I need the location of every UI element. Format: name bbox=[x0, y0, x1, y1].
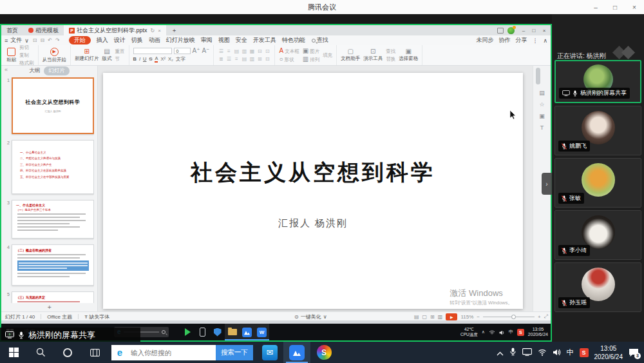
tray-chevron-up-icon[interactable] bbox=[497, 347, 504, 358]
chevron-up-icon[interactable]: ∧ bbox=[482, 329, 485, 335]
text-tool-icon[interactable]: T bbox=[540, 125, 544, 131]
beautify-button[interactable]: ⊙ 一键美化 ∨ bbox=[294, 312, 327, 321]
tab-design[interactable]: 设计 bbox=[114, 36, 126, 44]
taskbar-clock[interactable]: 13:05 2020/6/24 bbox=[594, 344, 623, 361]
file-menu[interactable]: ≡ 文件 ∨ bbox=[5, 36, 29, 44]
print-icon[interactable]: ⊟ bbox=[41, 37, 45, 43]
taskbar-search-icon[interactable] bbox=[27, 342, 54, 363]
volume-icon[interactable] bbox=[499, 326, 505, 338]
fit-slide-icon[interactable]: ⤢ bbox=[544, 313, 548, 320]
participant-tile[interactable]: 姚鹏飞 bbox=[554, 106, 641, 155]
layers-icon[interactable]: ▣ bbox=[539, 113, 545, 119]
strike-button[interactable]: S bbox=[149, 56, 152, 62]
zoom-out-icon[interactable]: − bbox=[477, 314, 480, 320]
tray-wifi-icon[interactable] bbox=[538, 347, 547, 358]
wps-maximize-icon[interactable]: □ bbox=[529, 28, 539, 34]
underline-button[interactable]: U bbox=[143, 56, 146, 62]
sogou-browser-icon[interactable]: S bbox=[310, 342, 337, 363]
font-name-combobox[interactable] bbox=[133, 48, 172, 54]
slide-thumb-1[interactable]: 社会主义从空想到科学 汇报人 杨洪刚 bbox=[12, 77, 94, 134]
tab-transition[interactable]: 切换 bbox=[131, 36, 143, 44]
web-search-input[interactable] bbox=[128, 345, 216, 360]
tencent-meeting-app-icon[interactable] bbox=[240, 324, 254, 340]
tab-review[interactable]: 审阅 bbox=[201, 36, 213, 44]
doc-assistant-button[interactable]: ▢ 文档助手 bbox=[341, 48, 360, 62]
file-explorer-icon[interactable] bbox=[225, 324, 240, 340]
media-player-icon[interactable] bbox=[180, 324, 195, 340]
theme-name[interactable]: Office 主题 bbox=[47, 313, 72, 320]
more-icon[interactable]: ⋮ bbox=[532, 37, 538, 44]
tab-devtools[interactable]: 开发工具 bbox=[253, 36, 276, 44]
tab-features[interactable]: 特色功能 bbox=[282, 36, 305, 44]
tencent-meeting-taskbar-icon[interactable] bbox=[283, 342, 310, 363]
collab-button[interactable]: 协作 bbox=[498, 36, 510, 44]
participant-tile[interactable]: 李小琦 bbox=[554, 210, 641, 260]
read-view-icon[interactable]: ▥ bbox=[438, 314, 443, 320]
tab-view[interactable]: 视图 bbox=[218, 36, 230, 44]
tab-document[interactable]: P 社会主义从空想到科学.pptx ↻ × bbox=[64, 25, 166, 35]
notification-center-icon[interactable]: 3 bbox=[629, 348, 639, 357]
collapse-ribbon-icon[interactable]: ∧ bbox=[543, 37, 547, 44]
section-button[interactable]: 节 bbox=[115, 56, 125, 63]
new-tab-button[interactable]: ＋ bbox=[166, 25, 182, 35]
normal-view-icon[interactable]: ▢ bbox=[422, 314, 428, 320]
ribbon-find-button[interactable]: 查找 bbox=[386, 48, 395, 55]
slide-thumb-5[interactable]: （三）马克思的界定 bbox=[12, 291, 94, 303]
workspace-icon[interactable] bbox=[497, 28, 504, 34]
current-slide[interactable]: 社会主义从空想到科学 汇报人 杨洪刚 激活 Windows 转到“设置”以激活 … bbox=[103, 73, 523, 309]
sorter-view-icon[interactable]: ⊞ bbox=[430, 314, 435, 320]
minimize-icon[interactable]: – bbox=[586, 0, 605, 14]
wps-close-icon[interactable]: × bbox=[539, 28, 549, 34]
font-size-combobox[interactable]: 0 bbox=[174, 48, 191, 54]
taskbar-web-search[interactable]: e 搜索一下 bbox=[111, 345, 253, 360]
tab-animation[interactable]: 动画 bbox=[149, 36, 160, 44]
pc-manager-icon[interactable] bbox=[210, 324, 225, 340]
sync-status[interactable]: 未同步 bbox=[476, 36, 493, 44]
new-slide-button[interactable]: ⊞ 新建幻灯片 bbox=[75, 48, 99, 62]
cpu-temp[interactable]: 42℃ CPU温度 bbox=[460, 327, 478, 337]
copy-button[interactable]: 复制 bbox=[19, 52, 34, 59]
zoom-slider-thumb[interactable] bbox=[511, 315, 516, 319]
network-icon[interactable] bbox=[489, 326, 495, 338]
sidebar-collapse-handle[interactable]: › bbox=[542, 173, 552, 195]
tab-home[interactable]: 首页 bbox=[1, 25, 23, 35]
maximize-icon[interactable]: □ bbox=[605, 0, 625, 14]
present-tools-button[interactable]: ⊡ 演示工具 bbox=[363, 48, 383, 62]
layout-button[interactable]: ▤ 版式 bbox=[102, 48, 112, 62]
picture-button[interactable]: ▣ 图片 bbox=[303, 48, 320, 55]
add-slide-button[interactable]: ＋ bbox=[1, 303, 97, 311]
redo-icon[interactable]: ↷ bbox=[55, 37, 60, 43]
tab-start[interactable]: 开始 bbox=[69, 36, 91, 44]
subscript-button[interactable]: X₂ bbox=[168, 56, 173, 62]
participant-tile[interactable]: 张敏 bbox=[554, 158, 641, 208]
foxmail-icon[interactable]: ✉ bbox=[256, 342, 283, 363]
format-painter-button[interactable]: 格式刷 bbox=[19, 60, 34, 66]
tab-sync-icon[interactable]: ↻ bbox=[151, 28, 155, 34]
tab-store[interactable]: 稻壳模板 bbox=[23, 25, 64, 35]
save-icon[interactable]: ⊡ bbox=[33, 37, 37, 43]
start-button[interactable] bbox=[0, 342, 27, 363]
paste-button[interactable]: 粘贴 bbox=[6, 48, 16, 63]
web-search-button[interactable]: 搜索一下 bbox=[216, 345, 253, 360]
slides-tab[interactable]: 幻灯片 bbox=[44, 66, 70, 75]
paragraph-buttons[interactable]: ☰≡▤▥▦⊟⊡ ≣☰≡▤▥⊞⊟ bbox=[218, 48, 270, 63]
tab-close-icon[interactable]: × bbox=[158, 28, 161, 34]
participant-tile[interactable]: 杨洪刚的屏幕共享 bbox=[554, 60, 641, 103]
ime-indicator[interactable]: 中 bbox=[567, 348, 574, 357]
slide-thumb-4[interactable]: （二）概念在欧洲的演变 bbox=[12, 244, 94, 286]
missing-font-warning[interactable]: Ŧ 缺失字体 bbox=[84, 313, 109, 320]
tab-slideshow[interactable]: 幻灯片放映 bbox=[166, 36, 195, 44]
shrink-font-icon[interactable]: A⁻ bbox=[202, 48, 209, 54]
text-effects-button[interactable]: 文字 bbox=[176, 56, 185, 63]
collapse-panel-icon[interactable]: « bbox=[5, 66, 8, 73]
tab-security[interactable]: 安全 bbox=[236, 36, 247, 44]
notes-view-icon[interactable]: ▤ bbox=[414, 314, 419, 320]
ime-indicator[interactable]: 中 bbox=[509, 329, 513, 335]
slideshow-button[interactable]: ▶ bbox=[446, 313, 457, 320]
cortana-icon[interactable] bbox=[54, 342, 81, 363]
task-view-icon[interactable] bbox=[81, 342, 108, 363]
fill-button[interactable]: 填充 bbox=[323, 52, 332, 59]
participant-tile[interactable]: 孙玉瑶 bbox=[554, 262, 641, 312]
wps-minimize-icon[interactable]: – bbox=[518, 28, 529, 34]
tray-cast-icon[interactable] bbox=[522, 347, 532, 358]
